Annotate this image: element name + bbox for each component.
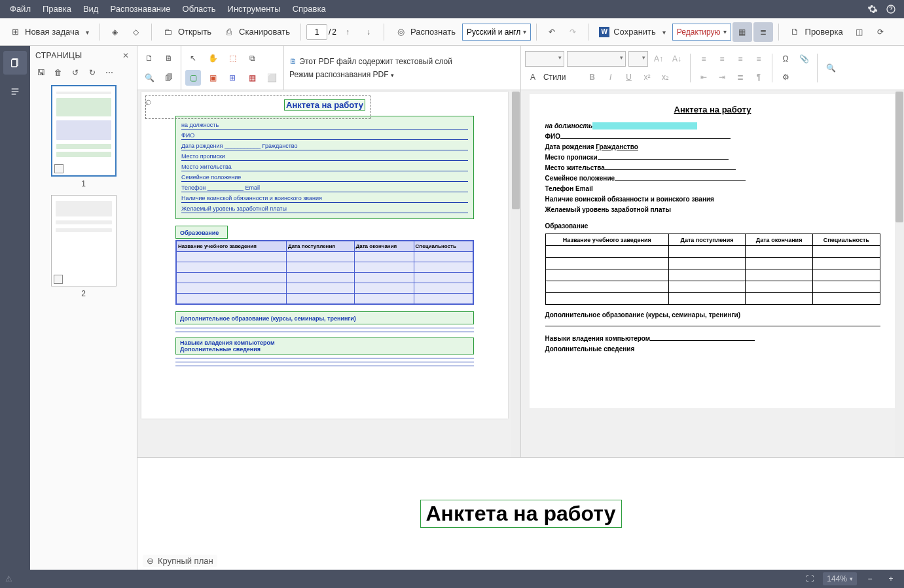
outdent-icon[interactable]: ⇤ (696, 69, 712, 85)
page-sep: / (329, 27, 331, 37)
indent-icon[interactable]: ⇥ (714, 69, 730, 85)
save-pages-icon[interactable]: 🖫 (35, 68, 47, 77)
pdf-mode-select[interactable]: Режим распознавания PDF ▾ (289, 70, 515, 79)
hand-icon[interactable]: ✋ (205, 50, 221, 66)
symbol-icon[interactable]: Ω (778, 51, 793, 67)
line-spacing-icon[interactable]: ≣ (732, 69, 748, 85)
bold-icon[interactable]: B (585, 69, 600, 85)
pages-panel-title: СТРАНИЦЫ (35, 51, 116, 60)
analyze-page-icon[interactable]: 🗎 (161, 50, 177, 66)
zoom-panel: Анктета на работу ⊖Крупный план (137, 457, 904, 570)
language-select[interactable]: Русский и англ (462, 24, 531, 41)
font-family-select[interactable] (525, 51, 564, 67)
warning-icon[interactable]: ⚠ (5, 574, 12, 583)
undo-icon[interactable]: ↶ (542, 22, 562, 42)
align-center-icon[interactable]: ≡ (714, 51, 730, 67)
plus-icon: ⊞ (9, 26, 21, 38)
superscript-icon[interactable]: x² (640, 69, 655, 85)
font-size-select[interactable] (628, 51, 648, 67)
open-button[interactable]: 🗀Открыть (157, 22, 217, 42)
subscript-icon[interactable]: x₂ (658, 69, 674, 85)
check-button[interactable]: 🗋Проверка (784, 22, 848, 42)
save-button[interactable]: WСохранить (594, 22, 671, 42)
more-icon[interactable]: ⋯ (103, 68, 115, 77)
menu-recognize[interactable]: Распознавание (104, 0, 176, 18)
grow-font-icon[interactable]: A↑ (651, 51, 666, 67)
gear-icon[interactable] (863, 0, 882, 18)
align-justify-icon[interactable]: ≡ (751, 51, 767, 67)
check-icon: 🗋 (789, 26, 801, 38)
menu-file[interactable]: Файл (4, 0, 37, 18)
align-right-icon[interactable]: ≡ (732, 51, 748, 67)
status-fit-icon[interactable]: ⛶ (802, 571, 818, 587)
pdf-info-text: Этот PDF файл содержит текстовый слой (299, 57, 452, 66)
close-pages-panel-icon[interactable]: ✕ (120, 50, 132, 61)
new-task-button[interactable]: ⊞Новая задача (4, 22, 94, 42)
align-left-icon[interactable]: ≡ (696, 51, 712, 67)
page-up-icon[interactable]: ↑ (338, 22, 357, 42)
page-thumb-2[interactable]: 2 (51, 195, 117, 298)
page-down-icon[interactable]: ↓ (359, 22, 378, 42)
text-output-document[interactable]: Анктета на работу на должность ФИО Дата … (530, 94, 896, 408)
menu-area[interactable]: Область (177, 0, 222, 18)
recognize-button[interactable]: ◎Распознать (389, 22, 461, 42)
addedu-area[interactable]: Дополнительное образование (курсы, семин… (175, 311, 474, 324)
zoom-area-icon[interactable]: 🔍 (141, 70, 157, 86)
folder-icon: 🗀 (162, 26, 174, 38)
search-icon[interactable]: 🔍 (823, 60, 839, 76)
layer-up-icon[interactable]: ◇ (126, 22, 146, 42)
rotate-left-icon[interactable]: ↺ (69, 68, 81, 77)
background-area-icon[interactable]: ⬜ (264, 70, 280, 86)
page-tag-icon (54, 275, 63, 284)
table-area-icon[interactable]: ⊞ (225, 70, 240, 86)
link-areas-icon[interactable]: ⧉ (244, 50, 260, 66)
redo-icon[interactable]: ↷ (563, 22, 583, 42)
view-image-icon[interactable]: ▦ (732, 22, 752, 42)
page-props-icon[interactable]: 🗐 (161, 70, 177, 86)
scan-button[interactable]: ⎙Сканировать (218, 22, 295, 42)
underline-icon[interactable]: U (621, 69, 637, 85)
delete-page-icon[interactable]: 🗑 (52, 68, 64, 77)
picture-area-icon[interactable]: ▣ (205, 70, 221, 86)
pc-area[interactable]: Навыки владения компьютеромДополнительны… (175, 337, 474, 355)
help-icon[interactable] (882, 0, 900, 18)
word-icon: W (599, 27, 609, 37)
menu-tools[interactable]: Инструменты (222, 0, 287, 18)
edu-title-area[interactable]: Образование (175, 226, 228, 239)
text-toolbar: A↑ A↓ A Стили B I U x² x₂ ≡ ≡ (521, 46, 904, 90)
personal-info-area[interactable]: на должность ФИО Дата рождения _________… (175, 116, 474, 219)
edu-table-area[interactable]: Название учебного заведенияДата поступле… (175, 240, 474, 305)
view-text-icon[interactable]: ≣ (753, 22, 773, 42)
pages-tab-icon[interactable] (3, 51, 27, 75)
menu-view[interactable]: Вид (77, 0, 105, 18)
shrink-font-icon[interactable]: A↓ (669, 51, 685, 67)
style-label[interactable]: Стили (543, 73, 566, 82)
menu-edit[interactable]: Правка (37, 0, 77, 18)
barcode-area-icon[interactable]: ▦ (244, 70, 260, 86)
status-zoom-in-icon[interactable]: + (883, 571, 899, 587)
crop-icon[interactable]: ◫ (850, 22, 869, 42)
settings-icon[interactable]: ⚙ (778, 69, 793, 85)
rotate-right-icon[interactable]: ↻ (86, 68, 98, 77)
status-zoom-out-icon[interactable]: − (862, 571, 878, 587)
zoom-big-text: Анктета на работу (420, 500, 622, 528)
page-number-input[interactable] (306, 24, 327, 40)
outline-tab-icon[interactable] (3, 80, 27, 103)
zoom-panel-toggle[interactable]: ⊖Крупный план (143, 555, 217, 567)
edit-mode-select[interactable]: Редактирую (672, 24, 731, 41)
menu-help[interactable]: Справка (287, 0, 332, 18)
document-page-image[interactable]: ⌕ Анктета на работу на должность ФИО Дат… (141, 92, 508, 419)
font-style-select[interactable] (567, 51, 626, 67)
status-zoom-select[interactable]: 144%▾ (823, 572, 857, 585)
attach-icon[interactable]: 📎 (796, 51, 812, 67)
select-area-icon[interactable]: ⬚ (225, 50, 240, 66)
rotate-icon[interactable]: ⟳ (871, 22, 890, 42)
read-page-icon[interactable]: 🗋 (141, 50, 157, 66)
text-area-icon[interactable]: ▢ (185, 70, 201, 86)
left-sidebar (0, 46, 30, 570)
italic-icon[interactable]: I (603, 69, 619, 85)
pointer-icon[interactable]: ↖ (185, 50, 201, 66)
layer-down-icon[interactable]: ◈ (105, 22, 125, 42)
page-thumb-1[interactable]: 1 (51, 85, 117, 188)
paragraph-icon[interactable]: ¶ (751, 69, 767, 85)
